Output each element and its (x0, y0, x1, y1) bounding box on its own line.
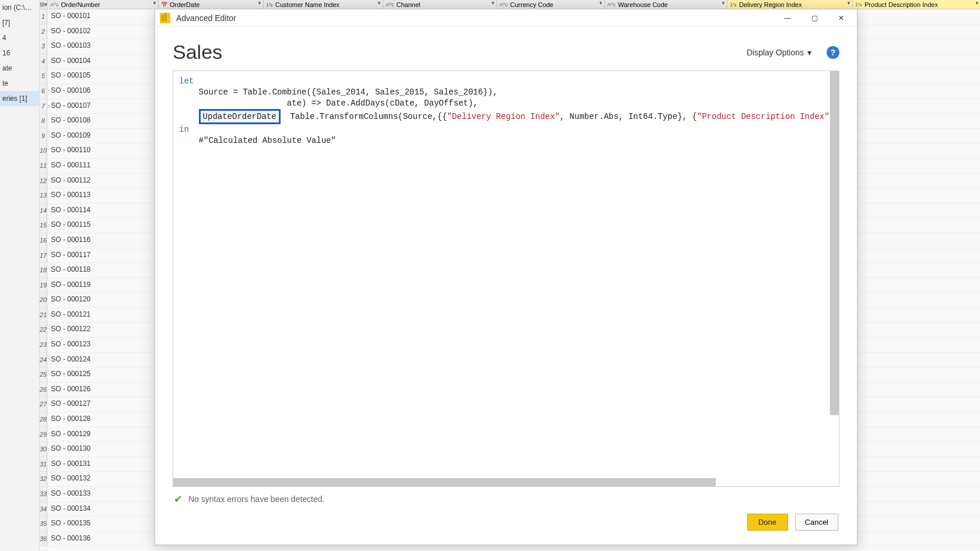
cancel-button[interactable]: Cancel (795, 514, 838, 531)
cell[interactable] (852, 159, 980, 173)
chevron-down-icon[interactable]: ▼ (257, 1, 262, 6)
cell-order-number[interactable]: SO - 000136 (47, 532, 158, 546)
chevron-down-icon[interactable]: ▼ (721, 1, 726, 6)
cell[interactable] (852, 472, 980, 486)
highlighted-step-name[interactable]: UpdateOrderDate (199, 109, 281, 124)
cell-order-number[interactable]: SO - 000119 (47, 278, 158, 293)
row-number[interactable]: 18 (40, 263, 47, 278)
row-number[interactable]: 22 (40, 322, 47, 338)
row-number[interactable]: 36 (40, 532, 47, 547)
row-number[interactable]: 1 (40, 9, 47, 24)
horizontal-scrollbar[interactable] (173, 478, 716, 486)
column-header[interactable]: AᴮcCurrency Code▼ (497, 0, 605, 9)
cell[interactable] (852, 24, 980, 39)
row-number[interactable]: 30 (40, 442, 47, 457)
cell-order-number[interactable]: SO - 000131 (47, 457, 158, 472)
cell[interactable] (852, 84, 980, 99)
queries-item[interactable]: ion (C:\… (0, 0, 39, 15)
cell-order-number[interactable]: SO - 000132 (47, 472, 158, 486)
chevron-down-icon[interactable]: ▼ (152, 1, 157, 6)
cell[interactable] (852, 353, 980, 367)
cell[interactable] (852, 293, 980, 307)
cell[interactable] (852, 114, 980, 128)
row-number[interactable]: 15 (40, 218, 47, 233)
cell-order-number[interactable]: SO - 000106 (47, 84, 158, 99)
cell-order-number[interactable]: SO - 000133 (47, 487, 158, 501)
row-number[interactable]: 6 (40, 84, 47, 99)
cell-order-number[interactable]: SO - 000105 (47, 69, 158, 83)
row-number[interactable]: 29 (40, 427, 47, 443)
cell[interactable] (852, 278, 980, 293)
row-number[interactable]: 8 (40, 114, 47, 129)
row-number[interactable]: 10 (40, 143, 47, 159)
cell[interactable] (852, 218, 980, 233)
cell-order-number[interactable]: SO - 000124 (47, 353, 158, 367)
cell-order-number[interactable]: SO - 000129 (47, 427, 158, 442)
column-header[interactable]: 1²₃Product Description Index▼ (853, 0, 980, 9)
chevron-down-icon[interactable]: ▼ (598, 1, 603, 6)
queries-item[interactable]: eries [1] (0, 91, 39, 106)
cell[interactable] (852, 322, 980, 337)
cell-order-number[interactable]: SO - 000120 (47, 293, 158, 307)
cell[interactable] (852, 203, 980, 218)
row-number[interactable]: 27 (40, 397, 47, 412)
maximize-button[interactable]: ▢ (801, 10, 828, 26)
column-header[interactable]: 1²₃Delivery Region Index▼ (727, 0, 853, 9)
cell[interactable] (852, 382, 980, 397)
cell[interactable] (852, 263, 980, 278)
row-number[interactable]: 3 (40, 39, 47, 54)
cell-order-number[interactable]: SO - 000127 (47, 397, 158, 412)
chevron-down-icon[interactable]: ▼ (975, 1, 979, 6)
code-editor[interactable]: let Source = Table.Combine({Sales_2014, … (173, 71, 839, 487)
display-options-dropdown[interactable]: Display Options ▾ (742, 45, 816, 59)
cell-order-number[interactable]: SO - 000104 (47, 54, 158, 69)
cell[interactable] (852, 54, 980, 69)
cell-order-number[interactable]: SO - 000125 (47, 367, 158, 382)
cell[interactable] (852, 397, 980, 412)
queries-item[interactable]: ate (0, 61, 39, 76)
cell[interactable] (852, 129, 980, 143)
row-number[interactable]: 33 (40, 487, 47, 502)
cell-order-number[interactable]: SO - 000112 (47, 174, 158, 188)
chevron-down-icon[interactable]: ▼ (846, 1, 851, 6)
row-number[interactable]: 24 (40, 353, 47, 368)
row-number[interactable]: 19 (40, 278, 47, 293)
cell-order-number[interactable]: SO - 000113 (47, 188, 158, 203)
cell-order-number[interactable]: SO - 000103 (47, 39, 158, 54)
row-number[interactable]: 32 (40, 472, 47, 487)
cell-order-number[interactable]: SO - 000114 (47, 203, 158, 218)
row-number[interactable]: 16 (40, 233, 47, 248)
cell-order-number[interactable]: SO - 000116 (47, 233, 158, 248)
row-number[interactable]: 2 (40, 24, 47, 40)
cell-order-number[interactable]: SO - 000101 (47, 9, 158, 24)
cell-order-number[interactable]: SO - 000134 (47, 502, 158, 517)
cell[interactable] (852, 69, 980, 83)
chevron-down-icon[interactable]: ▼ (377, 1, 382, 6)
minimize-button[interactable]: — (774, 10, 801, 26)
cell[interactable] (852, 99, 980, 114)
row-number[interactable]: 12 (40, 174, 47, 189)
row-number[interactable]: 28 (40, 412, 47, 427)
cell[interactable] (852, 338, 980, 352)
cell[interactable] (852, 532, 980, 546)
cell-order-number[interactable]: SO - 000107 (47, 99, 158, 114)
done-button[interactable]: Done (747, 514, 788, 531)
cell-order-number[interactable]: SO - 000126 (47, 382, 158, 397)
rownum-header[interactable]: ⊞▾ (40, 0, 48, 9)
cell-order-number[interactable]: SO - 000123 (47, 338, 158, 352)
cell[interactable] (852, 457, 980, 472)
help-icon[interactable]: ? (827, 46, 839, 59)
cell[interactable] (852, 487, 980, 501)
cell[interactable] (852, 412, 980, 427)
cell-order-number[interactable]: SO - 000130 (47, 442, 158, 457)
row-number[interactable]: 14 (40, 203, 47, 219)
cell[interactable] (852, 367, 980, 382)
cell-order-number[interactable]: SO - 000111 (47, 159, 158, 173)
row-number[interactable]: 34 (40, 502, 47, 517)
row-number[interactable]: 23 (40, 338, 47, 353)
cell-order-number[interactable]: SO - 000115 (47, 218, 158, 233)
cell[interactable] (852, 427, 980, 442)
chevron-down-icon[interactable]: ▼ (491, 1, 495, 6)
cell-order-number[interactable]: SO - 000102 (47, 24, 158, 39)
row-number[interactable]: 5 (40, 69, 47, 84)
